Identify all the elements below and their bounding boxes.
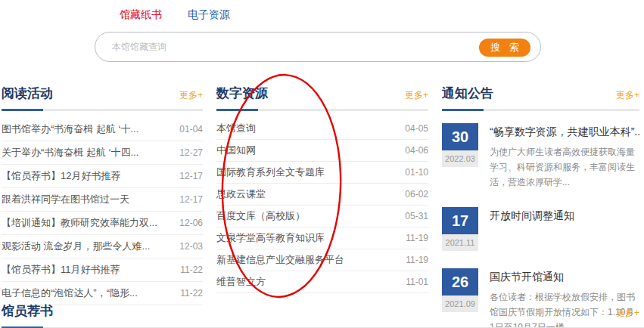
search-bar: 搜 索 [95, 32, 541, 62]
section-underline [216, 109, 428, 111]
section-header: 数字资源 更多+ [216, 85, 428, 102]
item-date: 04-06 [405, 145, 428, 156]
notice-title: 国庆节开馆通知 [490, 271, 639, 284]
list-item[interactable]: 【培训通知】教师研究效率能力双... 12-06 [2, 212, 203, 235]
item-date: 11-22 [180, 265, 203, 275]
item-date: 11-19 [406, 233, 428, 243]
notice-body: 开放时间调整通知 [490, 207, 639, 251]
section-header: 通知公告 更多+ [442, 85, 639, 102]
list-item[interactable]: 图书馆举办“书海奋楫 起航 ‘十... 01-04 [2, 118, 203, 141]
list-item[interactable]: 本馆查询 04-05 [216, 118, 428, 140]
more-link-librarian[interactable]: 更多+ [616, 307, 639, 320]
item-title: 思政云课堂 [216, 187, 266, 201]
section-librarian-picks: 馆员荐书 更多+ [2, 302, 644, 328]
item-date: 12-27 [179, 147, 203, 158]
list-item[interactable]: 新基建信息产业交融服务平台 11-19 [216, 249, 428, 271]
notice-day: 17 [442, 207, 478, 234]
notice-date-badge: 17 2021.11 [442, 207, 478, 251]
notice-title: “畅享数字资源，共建职业本科”... [490, 125, 639, 139]
item-date: 12-03 [179, 241, 203, 252]
more-link-reading[interactable]: 更多+ [179, 89, 203, 102]
section-underline [2, 109, 203, 111]
tab-e-resources[interactable]: 电子资源 [188, 8, 230, 22]
item-title: 本馆查询 [216, 122, 256, 135]
item-date: 01-10 [405, 167, 428, 178]
item-title: 国际教育系列全文专题库 [216, 166, 325, 179]
item-date: 06-02 [405, 189, 428, 200]
notice-item[interactable]: 30 2022.03 “畅享数字资源，共建职业本科”... 为使广大师生读者高效… [442, 123, 639, 190]
list-item[interactable]: 百度文库（高校版） 05-31 [216, 206, 428, 227]
item-title: 百度文库（高校版） [216, 209, 305, 223]
item-title: 跟着洪祥同学在图书馆过一天 [2, 193, 129, 206]
notice-month: 2022.03 [442, 150, 478, 167]
reading-list: 图书馆举办“书海奋楫 起航 ‘十... 01-04 关于举办“书海奋楫 起航 ‘… [2, 118, 203, 305]
item-date: 12-17 [179, 194, 203, 205]
list-item[interactable]: 【馆员荐书】12月好书推荐 12-17 [2, 165, 203, 188]
more-link-digital[interactable]: 更多+ [405, 89, 428, 102]
section-title: 馆员荐书 [2, 302, 53, 320]
section-title: 数字资源 [216, 85, 268, 102]
list-item[interactable]: 【馆员荐书】11月好书推荐 11-22 [2, 258, 203, 282]
list-item[interactable]: 文泉学堂高等教育知识库 11-19 [216, 227, 428, 249]
catalog-tabs: 馆藏纸书 电子资源 [120, 8, 230, 22]
content-columns: 阅读活动 更多+ 图书馆举办“书海奋楫 起航 ‘十... 01-04 关于举办“… [2, 85, 639, 328]
item-title: 维普智立方 [216, 275, 266, 289]
tab-print-books[interactable]: 馆藏纸书 [120, 8, 162, 22]
item-title: 中国知网 [216, 144, 256, 157]
item-title: 观影活动 流金岁月，那些令人难... [2, 240, 150, 253]
section-title: 通知公告 [442, 85, 493, 102]
section-digital-resources: 数字资源 更多+ 本馆查询 04-05 中国知网 04-06 [216, 85, 428, 328]
notice-item[interactable]: 17 2021.11 开放时间调整通知 [442, 207, 639, 251]
notice-month: 2021.11 [442, 234, 478, 251]
notice-excerpt: 为使广大师生读者高效便捷获取海量学习、科研资源和服务，丰富阅读生活，营造浓厚研学… [490, 145, 639, 190]
item-title: 图书馆举办“书海奋楫 起航 ‘十... [2, 122, 138, 136]
more-link-notices[interactable]: 更多+ [616, 89, 639, 102]
list-item[interactable]: 思政云课堂 06-02 [216, 184, 428, 206]
section-header: 馆员荐书 更多+ [2, 302, 644, 320]
notice-day: 30 [442, 123, 478, 150]
item-title: 电子信息的“泡馆达人”，“隐形... [2, 286, 138, 300]
item-date: 04-05 [405, 123, 428, 134]
notice-title: 开放时间调整通知 [490, 209, 639, 223]
list-item[interactable]: 国际教育系列全文专题库 01-10 [216, 162, 428, 184]
item-title: 【馆员荐书】12月好书推荐 [2, 169, 120, 183]
list-item[interactable]: 中国知网 04-06 [216, 140, 428, 162]
item-title: 【培训通知】教师研究效率能力双... [2, 216, 157, 230]
section-title: 阅读活动 [2, 85, 53, 102]
section-reading-activities: 阅读活动 更多+ 图书馆举办“书海奋楫 起航 ‘十... 01-04 关于举办“… [2, 85, 203, 328]
item-date: 11-01 [406, 277, 428, 287]
item-title: 新基建信息产业交融服务平台 [216, 253, 344, 267]
item-title: 文泉学堂高等教育知识库 [216, 231, 325, 245]
library-homepage: 馆藏纸书 电子资源 搜 索 阅读活动 更多+ 图书馆举办“书海奋楫 起航 ‘十.… [0, 0, 644, 328]
list-item[interactable]: 维普智立方 11-01 [216, 271, 428, 293]
notice-body: “畅享数字资源，共建职业本科”... 为使广大师生读者高效便捷获取海量学习、科研… [490, 123, 639, 190]
item-date: 12-06 [179, 218, 203, 228]
notice-date-badge: 30 2022.03 [442, 123, 478, 190]
item-date: 05-31 [405, 211, 428, 221]
section-underline [442, 109, 639, 111]
notice-list: 30 2022.03 “畅享数字资源，共建职业本科”... 为使广大师生读者高效… [442, 123, 639, 328]
search-input[interactable] [112, 33, 475, 60]
item-date: 11-19 [406, 255, 428, 265]
item-date: 11-22 [180, 288, 203, 299]
notice-day: 26 [442, 268, 478, 296]
list-item[interactable]: 关于举办“书海奋楫 起航 ‘十四... 12-27 [2, 141, 203, 165]
item-date: 01-04 [179, 124, 203, 135]
item-title: 关于举办“书海奋楫 起航 ‘十四... [2, 146, 138, 159]
item-title: 【馆员荐书】11月好书推荐 [2, 263, 120, 277]
item-date: 12-17 [179, 171, 203, 181]
list-item[interactable]: 观影活动 流金岁月，那些令人难... 12-03 [2, 235, 203, 258]
section-header: 阅读活动 更多+ [2, 85, 203, 102]
digital-list: 本馆查询 04-05 中国知网 04-06 国际教育系列全文专题库 01-10 [216, 118, 428, 293]
section-notices: 通知公告 更多+ 30 2022.03 “畅享数字资源，共建职业本科”... 为… [442, 85, 639, 328]
list-item[interactable]: 跟着洪祥同学在图书馆过一天 12-17 [2, 188, 203, 212]
search-button[interactable]: 搜 索 [479, 39, 530, 57]
